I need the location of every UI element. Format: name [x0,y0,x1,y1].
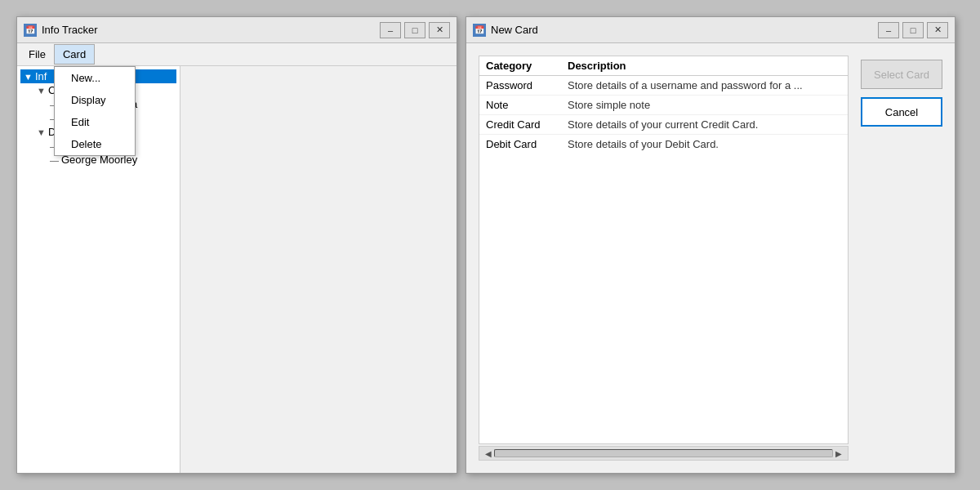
card-table-area: Category Description Password Store deta… [479,56,849,461]
info-tracker-icon: 📅 [24,24,37,37]
cell-category-debit: Debit Card [486,138,568,150]
new-card-close-button[interactable]: ✕ [927,22,948,38]
maximize-button[interactable]: □ [404,22,425,38]
new-card-icon: 📅 [473,24,486,37]
select-card-button[interactable]: Select Card [861,60,942,89]
table-row-credit-card[interactable]: Credit Card Store details of your curren… [479,115,848,135]
cancel-button[interactable]: Cancel [861,97,942,127]
button-panel: Select Card Cancel [861,56,942,461]
menu-bar: File Card New... Display Edit Delete [17,43,457,66]
tree-leaf-icon-4: — [50,155,59,165]
cell-desc-note: Store simple note [568,99,841,111]
header-category: Category [486,60,568,72]
new-card-window: 📅 New Card – □ ✕ Category Description Pa… [466,16,956,474]
scroll-right-arrow[interactable]: ▶ [833,449,844,458]
menu-file[interactable]: File [20,45,54,64]
cell-desc-debit: Store details of your Debit Card. [568,138,841,150]
new-card-title-bar: 📅 New Card – □ ✕ [466,17,955,43]
minimize-button[interactable]: – [380,22,401,38]
tree-branch-icon-1: ▼ [37,86,46,96]
scrollbar-track[interactable] [494,449,833,457]
cell-category-credit: Credit Card [486,118,568,131]
info-tracker-title-bar: 📅 Info Tracker – □ ✕ [17,17,457,43]
dropdown-item-new[interactable]: New... [55,67,135,89]
new-card-title: New Card [491,24,873,36]
new-card-content: Category Description Password Store deta… [466,43,955,473]
cell-desc-credit: Store details of your current Credit Car… [568,118,841,131]
tree-root-label: Inf [35,70,47,82]
card-dropdown-menu: New... Display Edit Delete [54,66,136,156]
card-table-header: Category Description [479,56,848,76]
info-tracker-right-panel [180,66,457,473]
table-row-password[interactable]: Password Store details of a username and… [479,76,848,96]
new-card-controls: – □ ✕ [878,22,948,38]
close-button[interactable]: ✕ [429,22,450,38]
tree-branch-icon-2: ▼ [37,127,46,137]
dropdown-item-display[interactable]: Display [55,89,135,111]
new-card-maximize-button[interactable]: □ [902,22,924,38]
menu-card[interactable]: Card [54,44,95,65]
card-table: Category Description Password Store deta… [479,56,849,444]
cell-desc-password: Store details of a username and password… [568,79,841,91]
cell-category-note: Note [486,99,568,111]
header-description: Description [568,60,626,72]
table-row-debit-card[interactable]: Debit Card Store details of your Debit C… [479,135,848,154]
table-row-note[interactable]: Note Store simple note [479,96,848,115]
tree-expand-icon: ▼ [24,72,33,82]
dropdown-item-delete[interactable]: Delete [55,133,135,155]
new-card-minimize-button[interactable]: – [878,22,899,38]
info-tracker-window: 📅 Info Tracker – □ ✕ File Card New... Di… [16,16,457,474]
cell-category-password: Password [486,79,568,91]
scroll-left-arrow[interactable]: ◀ [483,449,494,458]
info-tracker-controls: – □ ✕ [380,22,450,38]
table-scrollbar[interactable]: ◀ ▶ [479,446,849,461]
dropdown-item-edit[interactable]: Edit [55,111,135,133]
info-tracker-title: Info Tracker [42,24,375,36]
